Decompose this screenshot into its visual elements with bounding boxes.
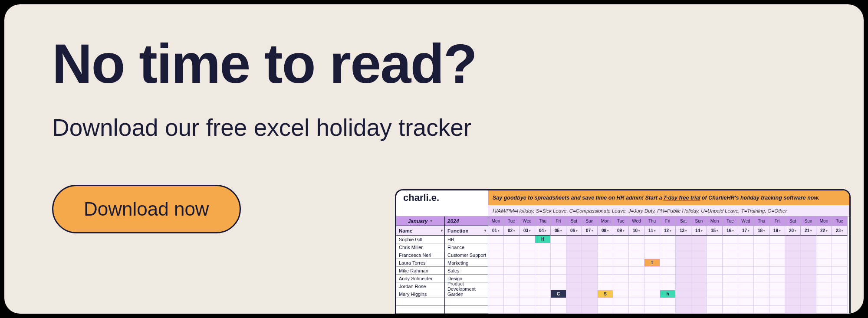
calendar-cell[interactable] [801, 267, 816, 275]
calendar-cell[interactable] [691, 275, 707, 282]
calendar-cell[interactable] [519, 259, 535, 267]
daynum-cell[interactable]: 19▾ [769, 226, 785, 236]
calendar-cell[interactable] [582, 259, 598, 267]
calendar-cell[interactable] [566, 275, 582, 282]
calendar-cell[interactable] [629, 259, 644, 267]
calendar-cell[interactable] [566, 290, 582, 298]
calendar-cell[interactable] [629, 275, 644, 282]
calendar-cell[interactable] [785, 251, 801, 259]
calendar-cell[interactable] [785, 306, 801, 314]
calendar-cell[interactable] [488, 290, 504, 298]
calendar-cell[interactable] [644, 243, 660, 251]
calendar-cell[interactable] [676, 259, 691, 267]
calendar-cell[interactable] [613, 243, 629, 251]
calendar-cell[interactable] [644, 306, 660, 314]
calendar-cell[interactable] [629, 243, 644, 251]
name-header[interactable]: Name ▾ [396, 226, 444, 236]
calendar-cell[interactable] [504, 306, 519, 314]
calendar-cell[interactable] [738, 275, 754, 282]
calendar-cell[interactable] [723, 259, 738, 267]
calendar-cell[interactable] [676, 290, 691, 298]
calendar-cell[interactable] [566, 236, 582, 243]
calendar-cell[interactable] [598, 282, 613, 290]
calendar-cell[interactable] [691, 243, 707, 251]
calendar-cell[interactable] [488, 275, 504, 282]
calendar-cell[interactable] [707, 267, 723, 275]
calendar-cell[interactable] [707, 298, 723, 306]
calendar-cell[interactable] [566, 243, 582, 251]
calendar-cell[interactable] [801, 243, 816, 251]
calendar-cell[interactable] [566, 306, 582, 314]
calendar-cell[interactable] [707, 275, 723, 282]
calendar-cell[interactable] [769, 282, 785, 290]
calendar-cell[interactable] [769, 251, 785, 259]
calendar-cell[interactable] [644, 267, 660, 275]
calendar-cell[interactable] [754, 236, 769, 243]
calendar-cell[interactable] [801, 282, 816, 290]
calendar-cell[interactable] [551, 267, 566, 275]
calendar-cell[interactable] [644, 236, 660, 243]
calendar-cell[interactable] [519, 236, 535, 243]
calendar-cell[interactable] [832, 282, 848, 290]
calendar-cell[interactable] [691, 236, 707, 243]
calendar-cell[interactable] [785, 236, 801, 243]
calendar-cell[interactable] [504, 282, 519, 290]
calendar-cell[interactable] [613, 275, 629, 282]
calendar-cell[interactable]: T [644, 259, 660, 267]
calendar-cell[interactable] [785, 259, 801, 267]
daynum-cell[interactable]: 15▾ [707, 226, 723, 236]
calendar-cell[interactable] [769, 243, 785, 251]
calendar-cell[interactable] [644, 275, 660, 282]
calendar-cell[interactable] [723, 267, 738, 275]
calendar-cell[interactable] [488, 306, 504, 314]
daynum-cell[interactable]: 23▾ [832, 226, 848, 236]
calendar-cell[interactable] [582, 251, 598, 259]
calendar-cell[interactable] [519, 275, 535, 282]
calendar-cell[interactable] [551, 275, 566, 282]
calendar-cell[interactable] [754, 259, 769, 267]
calendar-cell[interactable] [660, 236, 676, 243]
daynum-cell[interactable]: 09▾ [613, 226, 629, 236]
calendar-cell[interactable] [738, 290, 754, 298]
calendar-cell[interactable] [676, 251, 691, 259]
calendar-cell[interactable] [598, 243, 613, 251]
calendar-cell[interactable] [785, 298, 801, 306]
calendar-cell[interactable] [691, 267, 707, 275]
calendar-cell[interactable] [707, 282, 723, 290]
calendar-cell[interactable] [535, 306, 551, 314]
calendar-cell[interactable] [582, 243, 598, 251]
calendar-cell[interactable] [801, 259, 816, 267]
daynum-cell[interactable]: 05▾ [551, 226, 566, 236]
calendar-cell[interactable] [801, 306, 816, 314]
calendar-cell[interactable] [676, 275, 691, 282]
calendar-cell[interactable] [738, 251, 754, 259]
calendar-cell[interactable] [723, 290, 738, 298]
calendar-cell[interactable] [504, 290, 519, 298]
calendar-cell[interactable] [504, 275, 519, 282]
calendar-cell[interactable] [582, 275, 598, 282]
calendar-cell[interactable] [738, 243, 754, 251]
calendar-cell[interactable] [723, 251, 738, 259]
calendar-cell[interactable] [785, 275, 801, 282]
calendar-cell[interactable] [738, 236, 754, 243]
calendar-cell[interactable] [519, 306, 535, 314]
calendar-cell[interactable]: C [551, 290, 566, 298]
calendar-cell[interactable]: H [535, 236, 551, 243]
calendar-cell[interactable] [504, 236, 519, 243]
calendar-cell[interactable] [582, 290, 598, 298]
calendar-cell[interactable] [832, 236, 848, 243]
calendar-cell[interactable] [832, 267, 848, 275]
calendar-cell[interactable] [488, 251, 504, 259]
calendar-cell[interactable] [707, 306, 723, 314]
calendar-cell[interactable] [660, 259, 676, 267]
calendar-cell[interactable] [754, 306, 769, 314]
calendar-cell[interactable] [738, 259, 754, 267]
calendar-cell[interactable] [691, 290, 707, 298]
calendar-cell[interactable] [613, 306, 629, 314]
calendar-cell[interactable] [769, 275, 785, 282]
calendar-cell[interactable] [519, 282, 535, 290]
calendar-cell[interactable] [723, 236, 738, 243]
calendar-cell[interactable] [691, 306, 707, 314]
calendar-cell[interactable] [613, 282, 629, 290]
calendar-cell[interactable] [613, 290, 629, 298]
